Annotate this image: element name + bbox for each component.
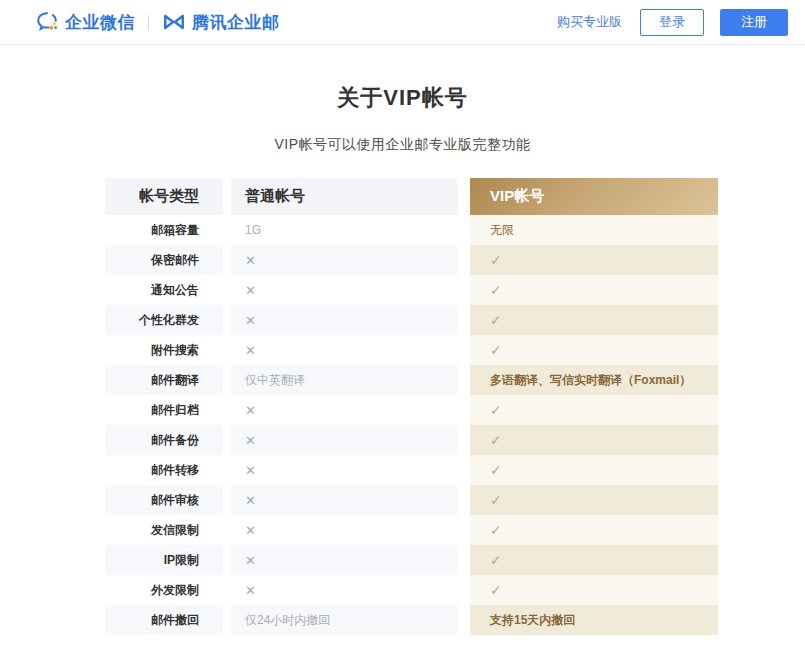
normal-account-cross-mark: ✕ [231,305,458,335]
feature-label: 发信限制 [105,515,223,545]
normal-account-cross-mark: ✕ [231,455,458,485]
normal-account-cross-mark: ✕ [231,545,458,575]
table-row: 邮件归档✕✓ [105,395,718,425]
table-row: 邮件转移✕✓ [105,455,718,485]
feature-label: 保密邮件 [105,245,223,275]
feature-label: 邮件备份 [105,425,223,455]
feature-label: 通知公告 [105,275,223,305]
vip-account-check-mark: ✓ [470,515,718,545]
wechat-work-logo-text: 企业微信 [65,11,135,34]
page-title: 关于VIP帐号 [0,83,805,113]
feature-label: 个性化群发 [105,305,223,335]
vip-account-check-mark: ✓ [470,455,718,485]
feature-label: 邮件翻译 [105,365,223,395]
wechat-work-logo[interactable]: 企业微信 [35,10,135,34]
chat-bubble-icon [35,10,59,34]
feature-label: 邮件转移 [105,455,223,485]
table-row: 邮箱容量1G无限 [105,215,718,245]
feature-label: 邮箱容量 [105,215,223,245]
table-row: 邮件审核✕✓ [105,485,718,515]
logo-group: 企业微信 腾讯企业邮 [35,10,280,34]
vip-account-check-mark: ✓ [470,335,718,365]
vip-account-check-mark: ✓ [470,485,718,515]
feature-label: 邮件归档 [105,395,223,425]
vip-account-check-mark: ✓ [470,395,718,425]
exmail-logo[interactable]: 腾讯企业邮 [162,11,280,34]
normal-account-cross-mark: ✕ [231,575,458,605]
column-header-normal-account: 普通帐号 [231,178,458,215]
topbar: 企业微信 腾讯企业邮 购买专业版 登录 注册 [0,0,805,45]
normal-account-value: 仅24小时内撤回 [231,605,458,635]
logo-divider [148,15,149,30]
normal-account-cross-mark: ✕ [231,515,458,545]
feature-label: 邮件撤回 [105,605,223,635]
normal-account-value: 1G [231,215,458,245]
buy-pro-link[interactable]: 购买专业版 [557,13,622,31]
table-row: 发信限制✕✓ [105,515,718,545]
feature-label: 附件搜索 [105,335,223,365]
vip-account-check-mark: ✓ [470,545,718,575]
table-row: 个性化群发✕✓ [105,305,718,335]
table-row: 邮件撤回仅24小时内撤回支持15天内撤回 [105,605,718,635]
table-row: 邮件备份✕✓ [105,425,718,455]
yellow-dot [53,22,56,25]
feature-label: 外发限制 [105,575,223,605]
normal-account-cross-mark: ✕ [231,425,458,455]
normal-account-cross-mark: ✕ [231,395,458,425]
table-row: 通知公告✕✓ [105,275,718,305]
column-header-account-type: 帐号类型 [105,178,223,215]
feature-label: IP限制 [105,545,223,575]
feature-label: 邮件审核 [105,485,223,515]
vip-account-check-mark: ✓ [470,425,718,455]
column-header-vip-account: VIP帐号 [470,178,718,215]
page-subtitle: VIP帐号可以使用企业邮专业版完整功能 [0,136,805,154]
vip-comparison-table: 帐号类型 普通帐号 VIP帐号 邮箱容量1G无限保密邮件✕✓通知公告✕✓个性化群… [105,178,718,635]
vip-account-value: 多语翻译、写信实时翻译（Foxmail） [470,365,718,395]
vip-account-value: 无限 [470,215,718,245]
orange-dot [49,26,53,30]
normal-account-cross-mark: ✕ [231,485,458,515]
envelope-icon [162,12,186,32]
vip-account-check-mark: ✓ [470,575,718,605]
table-row: 保密邮件✕✓ [105,245,718,275]
normal-account-cross-mark: ✕ [231,335,458,365]
normal-account-cross-mark: ✕ [231,245,458,275]
vip-account-check-mark: ✓ [470,275,718,305]
table-row: 附件搜索✕✓ [105,335,718,365]
table-row: 外发限制✕✓ [105,575,718,605]
normal-account-cross-mark: ✕ [231,275,458,305]
topbar-actions: 购买专业版 登录 注册 [557,9,788,36]
green-dot [54,26,57,29]
vip-account-value: 支持15天内撤回 [470,605,718,635]
exmail-logo-text: 腾讯企业邮 [192,11,280,34]
vip-account-check-mark: ✓ [470,245,718,275]
table-row: IP限制✕✓ [105,545,718,575]
table-header-row: 帐号类型 普通帐号 VIP帐号 [105,178,718,215]
register-button[interactable]: 注册 [720,9,788,36]
normal-account-value: 仅中英翻译 [231,365,458,395]
vip-account-check-mark: ✓ [470,305,718,335]
login-button[interactable]: 登录 [640,9,704,36]
table-body: 邮箱容量1G无限保密邮件✕✓通知公告✕✓个性化群发✕✓附件搜索✕✓邮件翻译仅中英… [105,215,718,635]
table-row: 邮件翻译仅中英翻译多语翻译、写信实时翻译（Foxmail） [105,365,718,395]
